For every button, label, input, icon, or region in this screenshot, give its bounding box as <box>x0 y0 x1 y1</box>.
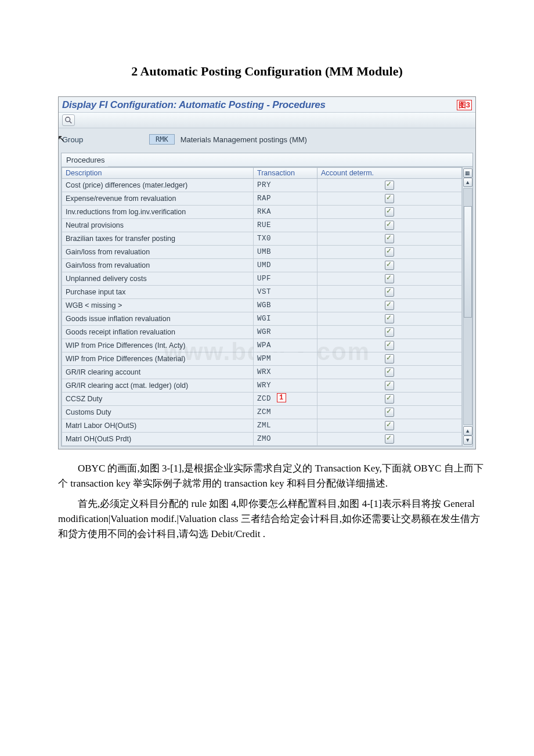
table-row[interactable]: GR/IR clearing accountWRX <box>62 366 462 379</box>
table-row[interactable]: Gain/loss from revaluationUMB <box>62 246 462 259</box>
table-row[interactable]: Matrl Labor OH(OutS)ZML <box>62 419 462 433</box>
cell-description: Matrl Labor OH(OutS) <box>62 419 254 433</box>
table-row[interactable]: Brazilian taxes for transfer postingTX0 <box>62 232 462 246</box>
cell-transaction: UPF <box>254 272 317 286</box>
cell-description: GR/IR clearing acct (mat. ledger) (old) <box>62 379 254 393</box>
cell-account-determ <box>317 339 462 352</box>
scroll-up-icon[interactable]: ▲ <box>463 178 472 187</box>
table-row[interactable]: WIP from Price Differences (Int. Acty)WP… <box>62 339 462 352</box>
scroll-track[interactable] <box>463 188 472 425</box>
cell-transaction: WGR <box>254 326 317 339</box>
cell-description: Purchase input tax <box>62 286 254 299</box>
cell-description: WGB < missing > <box>62 299 254 312</box>
cell-transaction: WRX <box>254 366 317 379</box>
checkbox-checked-icon[interactable] <box>385 368 394 377</box>
cell-account-determ <box>317 192 462 206</box>
checkbox-checked-icon[interactable] <box>385 247 394 257</box>
cell-transaction: RAP <box>254 192 317 206</box>
cell-transaction: WGB <box>254 299 317 312</box>
sap-window: www.bdocx.com Display FI Configuration: … <box>58 96 476 449</box>
scroll-settings-icon[interactable]: ▦ <box>463 168 472 178</box>
paragraph-1: OBYC 的画面,如图 3-[1],是根据企业实际需求自定义的 Transact… <box>58 461 488 492</box>
table-row[interactable]: Goods issue inflation revaluationWGI <box>62 312 462 326</box>
cell-description: Customs Duty <box>62 406 254 419</box>
cell-description: GR/IR clearing account <box>62 366 254 379</box>
cell-description: WIP from Price Differences (Material) <box>62 352 254 366</box>
magnifier-icon[interactable] <box>62 114 75 126</box>
checkbox-checked-icon[interactable] <box>385 221 394 230</box>
checkbox-checked-icon[interactable] <box>385 381 394 390</box>
col-header-transaction[interactable]: Transaction <box>254 168 317 179</box>
col-header-account-determ[interactable]: Account determ. <box>317 168 462 179</box>
cell-account-determ <box>317 406 462 419</box>
table-row[interactable]: Goods receipt inflation revaluationWGR <box>62 326 462 339</box>
table-row[interactable]: Matrl OH(OutS Prdt)ZMO <box>62 433 462 446</box>
table-row[interactable]: Inv.reductions from log.inv.verification… <box>62 206 462 219</box>
checkbox-checked-icon[interactable] <box>385 394 394 404</box>
col-header-description[interactable]: Description <box>62 168 254 179</box>
paragraph-2: 首先,必须定义科目分配的 rule 如图 4,即你要怎么样配置科目,如图 4-[… <box>58 496 488 542</box>
vertical-scrollbar[interactable]: ▦ ▲ ▲ ▼ <box>462 167 472 446</box>
cell-account-determ <box>317 272 462 286</box>
group-code: RMK <box>149 134 175 145</box>
table-row[interactable]: Unplanned delivery costsUPF <box>62 272 462 286</box>
table-row[interactable]: Cost (price) differences (mater.ledger)P… <box>62 179 462 192</box>
checkbox-checked-icon[interactable] <box>385 354 394 363</box>
table-row[interactable]: Customs DutyZCM <box>62 406 462 419</box>
table-row[interactable]: Gain/loss from revaluationUMD <box>62 259 462 272</box>
cell-transaction: ZML <box>254 419 317 433</box>
checkbox-checked-icon[interactable] <box>385 408 394 417</box>
scroll-up2-icon[interactable]: ▲ <box>463 426 472 435</box>
table-row[interactable]: Purchase input taxVST <box>62 286 462 299</box>
scroll-down-icon[interactable]: ▼ <box>463 435 472 445</box>
body-text: OBYC 的画面,如图 3-[1],是根据企业实际需求自定义的 Transact… <box>58 461 488 542</box>
cell-account-determ <box>317 299 462 312</box>
table-row[interactable]: CCSZ DutyZCD1 <box>62 393 462 406</box>
cell-transaction: WPM <box>254 352 317 366</box>
cell-account-determ <box>317 246 462 259</box>
cell-description: Matrl OH(OutS Prdt) <box>62 433 254 446</box>
checkbox-checked-icon[interactable] <box>385 181 394 190</box>
cell-account-determ <box>317 393 462 406</box>
scroll-thumb[interactable] <box>464 206 472 318</box>
cell-account-determ <box>317 326 462 339</box>
checkbox-checked-icon[interactable] <box>385 301 394 310</box>
cell-description: CCSZ Duty <box>62 393 254 406</box>
checkbox-checked-icon[interactable] <box>385 287 394 297</box>
procedures-table: Description Transaction Account determ. … <box>62 167 462 446</box>
procedures-tab[interactable]: Procedures <box>62 153 472 167</box>
checkbox-checked-icon[interactable] <box>385 314 394 323</box>
checkbox-checked-icon[interactable] <box>385 421 394 430</box>
cell-description: Goods receipt inflation revaluation <box>62 326 254 339</box>
cell-description: Gain/loss from revaluation <box>62 246 254 259</box>
checkbox-checked-icon[interactable] <box>385 234 394 243</box>
callout-marker: 1 <box>277 393 286 402</box>
checkbox-checked-icon[interactable] <box>385 207 394 217</box>
checkbox-checked-icon[interactable] <box>385 194 394 203</box>
group-row: ↖ Group RMK Materials Management posting… <box>59 128 475 153</box>
checkbox-checked-icon[interactable] <box>385 341 394 350</box>
table-row[interactable]: GR/IR clearing acct (mat. ledger) (old)W… <box>62 379 462 393</box>
checkbox-checked-icon[interactable] <box>385 434 394 444</box>
cell-transaction: UMD <box>254 259 317 272</box>
procedures-panel: Procedures Description Transaction Accou… <box>61 153 473 447</box>
cell-description: Unplanned delivery costs <box>62 272 254 286</box>
screen-title: Display FI Configuration: Automatic Post… <box>62 99 326 111</box>
checkbox-checked-icon[interactable] <box>385 274 394 283</box>
table-row[interactable]: WIP from Price Differences (Material)WPM <box>62 352 462 366</box>
cell-account-determ <box>317 206 462 219</box>
group-description: Materials Management postings (MM) <box>181 135 307 144</box>
checkbox-checked-icon[interactable] <box>385 261 394 270</box>
cell-description: Neutral provisions <box>62 219 254 232</box>
table-row[interactable]: WGB < missing >WGB <box>62 299 462 312</box>
table-row[interactable]: Neutral provisionsRUE <box>62 219 462 232</box>
cell-account-determ <box>317 179 462 192</box>
cell-account-determ <box>317 312 462 326</box>
cell-transaction: WRY <box>254 379 317 393</box>
checkbox-checked-icon[interactable] <box>385 327 394 337</box>
document-title: 2 Automatic Posting Configuration (MM Mo… <box>23 64 511 79</box>
cell-transaction: TX0 <box>254 232 317 246</box>
cell-transaction: UMB <box>254 246 317 259</box>
table-row[interactable]: Expense/revenue from revaluationRAP <box>62 192 462 206</box>
cell-description: Gain/loss from revaluation <box>62 259 254 272</box>
